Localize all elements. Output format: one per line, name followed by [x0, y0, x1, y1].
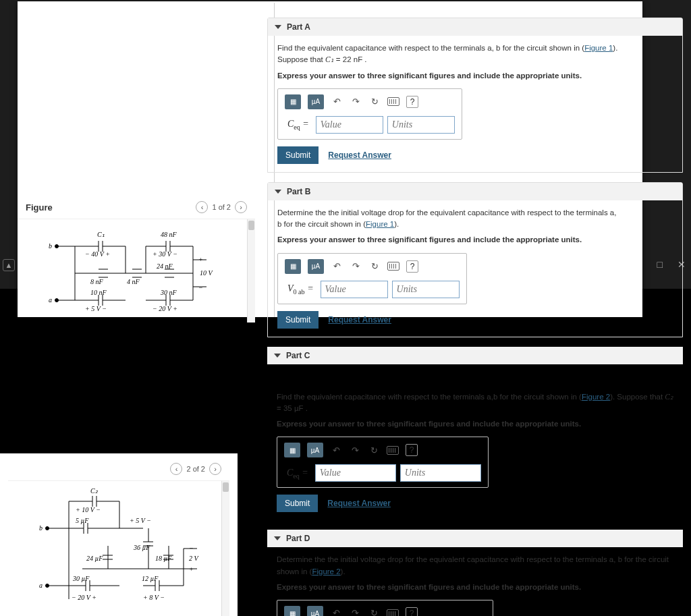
request-answer-link[interactable]: Request Answer: [328, 149, 391, 161]
svg-point-29: [55, 245, 59, 248]
help-icon[interactable]: ?: [406, 607, 418, 616]
figure-link[interactable]: Figure 2: [582, 393, 610, 401]
undo-icon[interactable]: ↶: [330, 607, 342, 616]
keyboard-icon[interactable]: [387, 444, 399, 456]
redo-icon[interactable]: ↷: [350, 260, 362, 273]
next-figure-button[interactable]: ›: [209, 463, 221, 475]
units-input[interactable]: [400, 464, 481, 482]
svg-text:− 20 V +: − 20 V +: [72, 594, 96, 601]
hint-text: Express your answer to three significant…: [277, 234, 623, 246]
figure-link[interactable]: Figure 2: [312, 567, 340, 576]
prev-figure-button[interactable]: ‹: [170, 463, 182, 475]
svg-text:+ 5 V −: + 5 V −: [85, 305, 107, 312]
scrollbar[interactable]: ▲: [247, 219, 255, 323]
svg-text:48 nF: 48 nF: [161, 231, 177, 238]
part-a: Part A Find the equivalent capacitance w…: [267, 18, 683, 173]
prompt-text: Determine the the initial voltage drop f…: [277, 554, 673, 578]
redo-icon[interactable]: ↷: [349, 607, 361, 616]
svg-point-56: [46, 527, 49, 530]
value-input[interactable]: [315, 464, 396, 482]
reset-icon[interactable]: ↻: [368, 260, 381, 273]
part-b: Part B Determine the the initial voltage…: [267, 182, 683, 337]
hint-text: Express your answer to three significant…: [277, 70, 623, 82]
undo-icon[interactable]: ↶: [331, 96, 343, 108]
keyboard-icon[interactable]: [387, 607, 399, 616]
var-label: V0 ab =: [285, 281, 316, 297]
image-placeholder-icon: ▲: [3, 259, 15, 271]
svg-text:+ 5 V −: + 5 V −: [130, 517, 151, 524]
next-figure-button[interactable]: ›: [235, 201, 247, 213]
figure-2-diagram: ▲: [8, 480, 229, 616]
units-icon[interactable]: µA: [308, 94, 324, 109]
svg-text:30 nF: 30 nF: [160, 289, 177, 296]
collapse-icon[interactable]: [275, 25, 281, 29]
units-icon[interactable]: µA: [307, 606, 323, 616]
pager-text: 1 of 2: [212, 203, 231, 211]
submit-button[interactable]: Submit: [277, 495, 318, 512]
svg-point-30: [55, 299, 59, 302]
keyboard-icon[interactable]: [387, 260, 399, 273]
svg-text:10 nF: 10 nF: [90, 289, 107, 296]
value-input[interactable]: [316, 116, 383, 134]
answer-toolbar: ▦ µA ↶ ↷ ↻ ? Ceq =: [277, 437, 489, 488]
undo-icon[interactable]: ↶: [330, 444, 342, 456]
var-label: Ceq =: [284, 466, 311, 481]
submit-button[interactable]: Submit: [277, 146, 319, 164]
part-d: Part D Determine the the initial voltage…: [267, 530, 683, 616]
answer-toolbar: ▦ µA ↶ ↷ ↻ ? V0 ab =: [277, 253, 467, 304]
collapse-icon[interactable]: [274, 536, 281, 540]
units-input[interactable]: [387, 116, 455, 134]
help-icon[interactable]: ?: [406, 96, 418, 108]
svg-text:b: b: [49, 242, 52, 250]
svg-text:24 µF: 24 µF: [86, 555, 103, 562]
figure-link[interactable]: Figure 1: [366, 220, 394, 228]
prev-figure-button[interactable]: ‹: [196, 201, 208, 213]
figure-link[interactable]: Figure 1: [584, 44, 613, 52]
collapse-icon[interactable]: [274, 354, 281, 358]
svg-text:a: a: [49, 296, 52, 304]
templates-icon[interactable]: ▦: [285, 94, 301, 109]
prompt-text: Find the equivalent capacitance with res…: [277, 391, 673, 415]
svg-text:−: −: [198, 284, 203, 291]
part-title: Part B: [287, 187, 310, 196]
svg-text:5 µF: 5 µF: [76, 517, 89, 524]
svg-text:12 µF: 12 µF: [142, 575, 159, 582]
units-icon[interactable]: µA: [307, 443, 323, 457]
part-c: Part C Find the equivalent capacitance w…: [267, 347, 683, 521]
hint-text: Express your answer to three significant…: [277, 418, 673, 430]
svg-text:2 V: 2 V: [189, 555, 200, 562]
collapse-icon[interactable]: [275, 190, 281, 194]
templates-icon[interactable]: ▦: [284, 606, 300, 616]
reset-icon[interactable]: ↻: [368, 444, 380, 456]
reset-icon[interactable]: ↻: [368, 96, 381, 108]
help-icon[interactable]: ?: [406, 444, 418, 456]
units-icon[interactable]: µA: [308, 259, 324, 274]
redo-icon[interactable]: ↷: [349, 444, 361, 456]
var-label: Ceq =: [285, 117, 312, 132]
value-input[interactable]: [321, 281, 388, 298]
undo-icon[interactable]: ↶: [331, 260, 343, 273]
request-answer-link[interactable]: Request Answer: [327, 497, 391, 509]
templates-icon[interactable]: ▦: [285, 259, 301, 274]
keyboard-icon[interactable]: [387, 96, 399, 108]
scrollbar[interactable]: ▲: [221, 481, 229, 616]
svg-point-82: [46, 584, 49, 588]
svg-text:18 µF: 18 µF: [155, 555, 172, 562]
request-answer-link[interactable]: Request Answer: [328, 314, 391, 326]
help-icon[interactable]: ?: [406, 260, 418, 273]
prompt-text: Determine the the initial voltage drop f…: [277, 207, 623, 231]
redo-icon[interactable]: ↷: [350, 96, 362, 108]
svg-text:10 V: 10 V: [200, 269, 214, 277]
answer-toolbar: ▦ µA ↶ ↷ ↻ ? V0 ab =: [277, 600, 493, 616]
templates-icon[interactable]: ▦: [284, 443, 300, 457]
svg-text:+ 10 V −: + 10 V −: [76, 506, 101, 513]
svg-text:C₁: C₁: [97, 231, 105, 238]
prompt-text: Find the equivalent capacitance with res…: [277, 43, 623, 66]
svg-text:a: a: [39, 582, 43, 589]
answer-toolbar: ▦ µA ↶ ↷ ↻ ? Ceq =: [277, 88, 462, 140]
svg-text:− 20 V +: − 20 V +: [153, 305, 177, 312]
submit-button[interactable]: Submit: [277, 311, 319, 329]
reset-icon[interactable]: ↻: [368, 607, 380, 616]
units-input[interactable]: [392, 281, 460, 298]
figure-1-diagram: ▲: [18, 219, 255, 323]
